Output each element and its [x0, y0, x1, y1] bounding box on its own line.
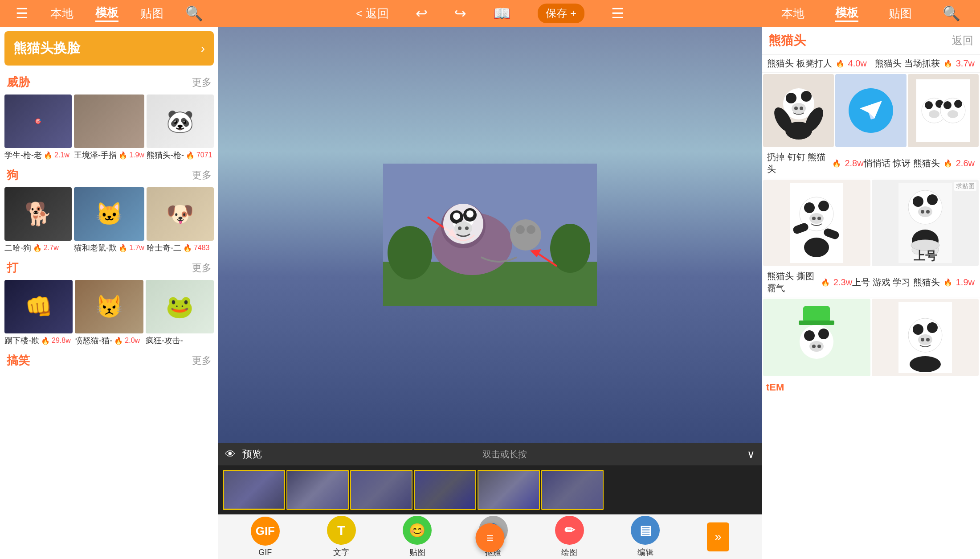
meme-count-1: 2.1w	[54, 151, 69, 159]
expand-icon[interactable]: ∨	[747, 448, 755, 460]
preview-label: 预览	[242, 448, 262, 461]
fab-icon: ≡	[486, 531, 494, 545]
fire-icon-r2b: 🔥	[943, 159, 952, 168]
panda-spread-image	[790, 183, 843, 263]
meme-grid-dog: 🐕 二哈-狗 🔥 2.7w 🐱 猫和老鼠-欺 🔥 1.7w	[0, 185, 218, 255]
nav-local-left[interactable]: 本地	[50, 6, 74, 21]
right-meme-5[interactable]: 上号 求贴图	[872, 180, 979, 266]
list-item[interactable]: 王境泽-手指 🔥 1.9w	[74, 95, 144, 160]
featured-banner[interactable]: 熊猫头换脸 ›	[4, 31, 214, 66]
list-item[interactable]: 😾 愤怒猫-猫- 🔥 2.0w	[75, 280, 143, 346]
list-item[interactable]: 🐱 猫和老鼠-欺 🔥 1.7w	[74, 187, 144, 253]
tool-text[interactable]: T 文字	[327, 516, 356, 558]
svg-point-62	[926, 210, 930, 214]
meme-grid-threat: 🎯 学生-枪-老 🔥 2.1w 王境泽-手指 🔥 1.9w 🐼	[0, 92, 218, 163]
svg-point-27	[792, 103, 806, 114]
canvas-image	[383, 164, 597, 306]
list-count-2b: 2.6w	[956, 158, 975, 169]
section-more-funny[interactable]: 更多	[192, 354, 212, 367]
nav-local-right[interactable]: 本地	[781, 6, 804, 21]
film-frame-4[interactable]	[414, 470, 476, 510]
undo-icon[interactable]: ↩	[416, 5, 428, 22]
list-row-left-3: 熊猫头 撕图 霸气 🔥 2.3w	[767, 270, 852, 294]
section-more-dog[interactable]: 更多	[192, 169, 212, 182]
top-nav-bar: ☰ 本地 模板 贴图 🔍 < 返回 ↩ ↪ 📖 保存 + ☰ 本地 模板 贴图 …	[0, 0, 980, 27]
film-frame-1[interactable]	[223, 470, 285, 510]
svg-point-44	[954, 100, 962, 108]
tool-edit[interactable]: ▤ 编辑	[631, 516, 660, 558]
section-header-dog: 狗 更多	[0, 163, 218, 185]
list-item[interactable]: 🎯 学生-枪-老 🔥 2.1w	[4, 95, 72, 160]
text-label: 文字	[333, 547, 349, 558]
save-button[interactable]: 保存 +	[538, 4, 584, 23]
nav-sticker-right[interactable]: 贴图	[889, 6, 912, 21]
left-panel: 熊猫头换脸 › 威胁 更多 🎯 学生-枪-老 🔥 2.1w	[0, 27, 218, 559]
list-label-1b: 熊猫头 当场抓获	[875, 58, 940, 70]
nav-template-right[interactable]: 模板	[835, 5, 858, 22]
list-row-left-1: 熊猫头 板凳打人 🔥 4.0w	[767, 58, 875, 70]
redo-icon[interactable]: ↪	[454, 5, 466, 22]
tool-gif[interactable]: GIF GIF	[251, 517, 280, 557]
filmstrip[interactable]	[218, 465, 762, 514]
list-row-1: 熊猫头 板凳打人 🔥 4.0w 熊猫头 当场抓获 🔥 3.7w	[762, 55, 980, 73]
right-meme-2[interactable]	[835, 74, 906, 147]
editor-canvas[interactable]	[218, 27, 762, 443]
fab-button[interactable]: ≡	[476, 523, 505, 552]
back-button[interactable]: < 返回	[356, 6, 389, 21]
svg-point-70	[804, 330, 815, 341]
list-item[interactable]: 🐼 熊猫头-枪- 🔥 7071	[147, 95, 214, 160]
more-center-icon[interactable]: ☰	[611, 5, 624, 22]
fire-icon-8: 🔥	[114, 337, 123, 345]
featured-banner-title: 熊猫头换脸	[13, 39, 80, 58]
meme-label-1: 学生-枪-老 🔥 2.1w	[4, 150, 72, 160]
svg-point-39	[925, 101, 933, 109]
meme-thumb-9: 🐸	[146, 280, 214, 333]
film-frame-3[interactable]	[350, 470, 412, 510]
list-item[interactable]: 🐶 哈士奇-二 🔥 7483	[147, 187, 214, 253]
right-panel-header: 熊猫头 返回	[762, 27, 980, 55]
film-frame-6[interactable]	[541, 470, 604, 510]
panda-telegram-image	[844, 79, 898, 142]
right-meme-4[interactable]	[763, 180, 870, 266]
film-frame-5[interactable]	[478, 470, 540, 510]
menu-icon[interactable]: ☰	[16, 5, 29, 22]
panda-hands-image	[772, 79, 825, 142]
meme-label-7: 踢下楼-欺 🔥 29.8w	[4, 335, 73, 346]
draw-icon: ✏	[555, 516, 584, 545]
right-meme-6[interactable]	[763, 299, 870, 376]
eye-icon: 👁	[225, 448, 236, 460]
right-panel-title: 熊猫头	[768, 32, 806, 49]
section-title-fight: 打	[7, 260, 18, 275]
panda-bottom-image	[898, 302, 952, 373]
section-more-threat[interactable]: 更多	[192, 76, 212, 89]
tool-more[interactable]: »	[707, 522, 729, 551]
search-icon-right[interactable]: 🔍	[943, 5, 960, 22]
svg-rect-68	[799, 321, 834, 325]
nav-template-left[interactable]: 模板	[95, 5, 118, 22]
list-row-right-1: 熊猫头 当场抓获 🔥 3.7w	[875, 58, 975, 70]
right-meme-3[interactable]	[908, 74, 979, 147]
right-meme-7[interactable]	[872, 299, 979, 376]
meme-thumb-3: 🐼	[147, 95, 214, 148]
nav-sticker-left[interactable]: 贴图	[140, 6, 163, 21]
top-nav-center: < 返回 ↩ ↪ 📖 保存 + ☰	[218, 4, 762, 23]
meme-name-5: 猫和老鼠-欺	[74, 243, 117, 253]
two-pandas-image	[916, 79, 970, 142]
book-icon[interactable]: 📖	[493, 5, 511, 22]
film-frame-2[interactable]	[286, 470, 349, 510]
list-item[interactable]: 🐸 疯狂-攻击-	[146, 280, 214, 346]
tool-sticker[interactable]: 😊 贴图	[403, 516, 432, 558]
fire-icon-r2: 🔥	[832, 159, 841, 168]
meme-thumb-8: 😾	[75, 280, 143, 333]
list-item[interactable]: 🐕 二哈-狗 🔥 2.7w	[4, 187, 72, 253]
meme-count-8: 2.0w	[125, 337, 140, 345]
right-meme-1[interactable]	[763, 74, 834, 147]
search-icon-left[interactable]: 🔍	[185, 5, 203, 22]
section-more-fight[interactable]: 更多	[192, 261, 212, 275]
panda-green-hat-image	[790, 302, 843, 373]
tool-draw[interactable]: ✏ 绘图	[555, 516, 584, 558]
right-back-button[interactable]: 返回	[952, 33, 973, 48]
list-item[interactable]: 👊 踢下楼-欺 🔥 29.8w	[4, 280, 73, 346]
svg-point-49	[818, 201, 829, 211]
gif-label: GIF	[258, 548, 272, 557]
